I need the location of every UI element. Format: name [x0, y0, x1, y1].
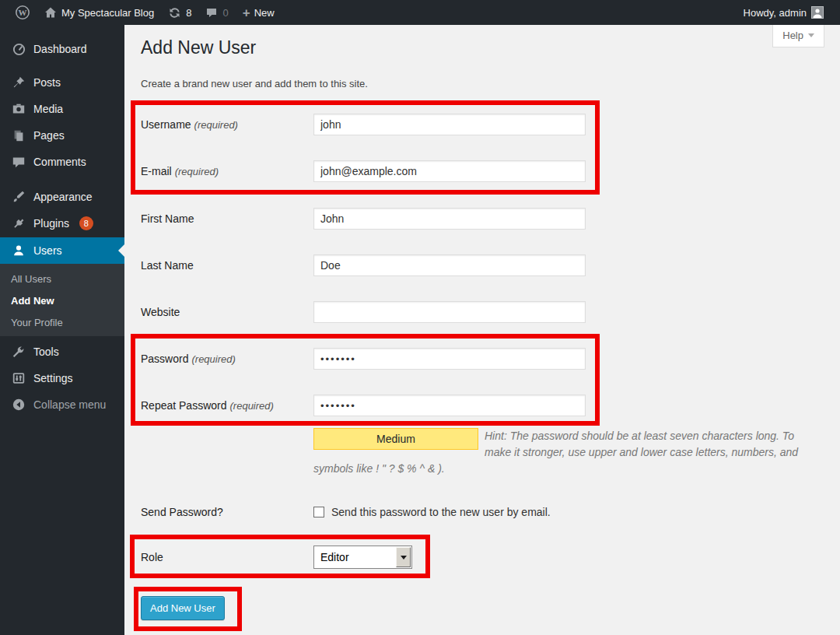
password-strength-meter: Medium — [313, 428, 478, 450]
sidebar-item-collapse-menu[interactable]: Collapse menu — [0, 391, 124, 418]
submenu-label: Your Profile — [11, 317, 63, 328]
caret-down-icon — [808, 33, 814, 37]
first-name-input[interactable] — [313, 208, 586, 230]
website-label: Website — [141, 301, 180, 323]
sidebar-item-label: Media — [33, 103, 63, 115]
wordpress-logo-menu[interactable]: W — [8, 0, 37, 25]
comment-icon — [11, 154, 26, 170]
media-icon — [11, 101, 26, 117]
email-input[interactable] — [313, 160, 586, 182]
role-selected-value: Editor — [320, 546, 349, 568]
send-password-label: Send Password? — [141, 505, 223, 519]
sidebar-item-label: Appearance — [33, 191, 93, 203]
avatar — [811, 6, 824, 19]
update-icon — [168, 6, 181, 19]
sidebar-item-label: Users — [33, 244, 62, 257]
wordpress-admin-screen: W My Spectacular Blog — [0, 0, 840, 635]
send-password-checkbox[interactable] — [313, 507, 324, 517]
admin-bar-right: Howdy, admin — [737, 0, 840, 25]
page-subtitle: Create a brand new user and add them to … — [141, 78, 368, 89]
comments-link[interactable]: 0 — [198, 0, 235, 25]
submenu-item-your-profile[interactable]: Your Profile — [0, 311, 124, 333]
sidebar-item-pages[interactable]: Pages — [0, 122, 124, 149]
admin-bar-left: W My Spectacular Blog — [0, 0, 282, 25]
last-name-input[interactable] — [313, 254, 586, 276]
help-button[interactable]: Help — [772, 25, 824, 47]
last-name-label: Last Name — [141, 254, 194, 276]
username-input[interactable] — [313, 114, 586, 135]
comments-bubble-icon — [205, 6, 218, 19]
send-password-checkbox-label: Send this password to the new user by em… — [331, 505, 551, 519]
sidebar-item-posts[interactable]: Posts — [0, 69, 124, 96]
form-row-role: Role Editor — [124, 546, 840, 569]
sidebar-item-label: Settings — [33, 372, 73, 384]
add-new-user-button[interactable]: Add New User — [141, 596, 225, 620]
role-select[interactable]: Editor — [313, 546, 412, 569]
settings-icon — [11, 370, 26, 386]
dashboard-icon — [11, 41, 26, 57]
username-label: Username(required) — [141, 114, 238, 136]
home-icon — [44, 6, 57, 19]
sidebar-item-label: Pages — [33, 129, 65, 142]
form-row-username: Username(required) — [124, 114, 840, 135]
submenu-label: All Users — [11, 273, 51, 285]
select-dropdown-button[interactable] — [396, 547, 411, 567]
submenu-label: Add New — [11, 295, 54, 307]
sidebar-item-label: Posts — [33, 76, 61, 89]
form-row-password: Password(required) — [124, 348, 840, 370]
site-name-link[interactable]: My Spectacular Blog — [37, 0, 161, 25]
sidebar-item-tools[interactable]: Tools — [0, 339, 124, 365]
my-account-link[interactable]: Howdy, admin — [737, 0, 831, 25]
role-label: Role — [141, 546, 163, 569]
email-label: E-mail(required) — [141, 160, 219, 183]
form-row-last-name: Last Name — [124, 254, 840, 276]
sidebar-item-settings[interactable]: Settings — [0, 365, 124, 391]
sidebar-item-label: Collapse menu — [33, 398, 106, 411]
updates-link[interactable]: 8 — [161, 0, 198, 25]
first-name-label: First Name — [141, 208, 194, 230]
plugins-update-badge: 8 — [79, 216, 93, 230]
submenu-item-all-users[interactable]: All Users — [0, 268, 124, 289]
sidebar-item-media[interactable]: Media — [0, 96, 124, 122]
users-submenu: All Users Add New Your Profile — [0, 264, 124, 336]
password-label: Password(required) — [141, 348, 236, 370]
sidebar-item-label: Plugins — [33, 217, 69, 230]
sidebar-item-dashboard[interactable]: Dashboard — [0, 36, 124, 62]
paintbrush-icon — [11, 189, 26, 205]
dropdown-arrow-icon — [401, 556, 407, 560]
website-input[interactable] — [313, 301, 586, 323]
form-row-first-name: First Name — [124, 208, 840, 230]
form-row-website: Website — [124, 301, 840, 323]
form-row-email: E-mail(required) — [124, 160, 840, 182]
howdy-label: Howdy, admin — [744, 7, 807, 19]
form-row-repeat-password: Repeat Password(required) — [124, 395, 840, 416]
sidebar-item-users[interactable]: Users — [0, 237, 124, 264]
site-name-label: My Spectacular Blog — [61, 7, 154, 19]
password-input[interactable] — [313, 348, 586, 370]
sidebar-item-label: Dashboard — [33, 43, 87, 55]
repeat-password-input[interactable] — [313, 395, 586, 416]
new-content-link[interactable]: + New — [236, 0, 282, 25]
password-strength-area: Medium Hint: The password should be at l… — [313, 428, 805, 477]
user-icon — [11, 243, 26, 258]
admin-bar: W My Spectacular Blog — [0, 0, 840, 25]
sidebar-item-appearance[interactable]: Appearance — [0, 184, 124, 210]
sidebar-item-plugins[interactable]: Plugins 8 — [0, 210, 124, 237]
svg-text:W: W — [19, 8, 27, 17]
plug-icon — [11, 216, 26, 231]
comment-count: 0 — [222, 7, 228, 19]
pages-icon — [11, 128, 26, 143]
submenu-item-add-new[interactable]: Add New — [0, 289, 124, 311]
new-label: New — [254, 7, 275, 19]
wordpress-logo-icon: W — [15, 5, 30, 20]
help-label: Help — [782, 30, 803, 41]
sidebar-item-label: Tools — [33, 346, 59, 358]
collapse-arrow-icon — [11, 397, 26, 412]
main-content: Help Add New User Create a brand new use… — [124, 25, 840, 635]
repeat-password-label: Repeat Password(required) — [141, 395, 274, 417]
sidebar: Dashboard Posts Media Pages Comments — [0, 25, 124, 635]
sidebar-item-comments[interactable]: Comments — [0, 149, 124, 175]
form-row-send-password: Send Password? Send this password to the… — [124, 505, 840, 521]
active-menu-arrow-icon — [118, 244, 124, 257]
plus-icon: + — [243, 6, 250, 19]
